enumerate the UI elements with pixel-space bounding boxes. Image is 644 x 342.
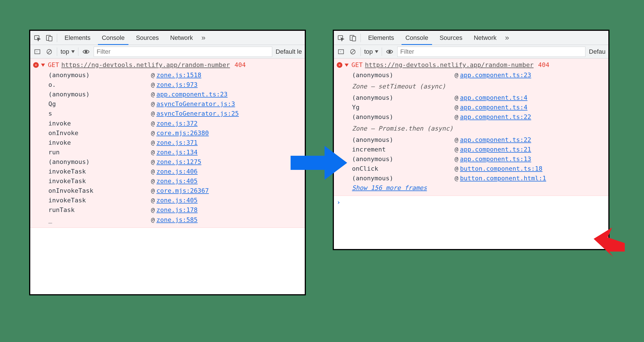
stack-trace: (anonymous)@zone.js:1518o.@zone.js:973(a… — [30, 70, 305, 225]
frame-function: onInvokeTask — [48, 186, 151, 196]
source-link[interactable]: app.component.ts:13 — [460, 155, 531, 163]
source-link[interactable]: zone.js:371 — [156, 139, 198, 146]
source-link[interactable]: app.component.ts:23 — [156, 91, 228, 98]
console-prompt[interactable]: › — [334, 196, 608, 209]
source-link[interactable]: zone.js:406 — [156, 168, 198, 175]
error-entry: GET https://ng-devtools.netlify.app/rand… — [30, 59, 305, 228]
svg-point-6 — [85, 51, 87, 53]
inspect-element-icon[interactable] — [337, 34, 345, 42]
tab-elements[interactable]: Elements — [61, 31, 95, 45]
tab-elements[interactable]: Elements — [364, 31, 398, 45]
source-link[interactable]: asyncToGenerator.js:3 — [156, 100, 235, 107]
source-link[interactable]: app.component.ts:22 — [460, 113, 531, 120]
log-levels-selector[interactable]: Default le — [276, 48, 302, 55]
tab-network[interactable]: Network — [166, 31, 197, 45]
http-status: 404 — [235, 60, 246, 70]
frame-function: increment — [352, 145, 454, 154]
console-sidebar-toggle-icon[interactable] — [33, 47, 42, 56]
stack-frame: invokeTask@zone.js:405 — [30, 196, 305, 205]
red-arrow-annotation — [594, 226, 625, 257]
stack-frame: invoke@zone.js:371 — [30, 138, 305, 148]
clear-console-icon[interactable] — [349, 47, 357, 56]
http-method: GET — [351, 60, 363, 70]
filter-input[interactable] — [94, 47, 272, 57]
devtools-panel-after: Elements Console Sources Network » top D… — [333, 30, 609, 250]
expand-triangle-icon[interactable] — [345, 64, 349, 67]
log-levels-selector[interactable]: Defau — [589, 48, 606, 55]
source-link[interactable]: app.component.ts:23 — [460, 72, 531, 79]
show-more-frames[interactable]: Show 156 more frames — [334, 183, 608, 193]
source-link[interactable]: zone.js:178 — [156, 206, 198, 213]
device-toggle-icon[interactable] — [45, 34, 53, 42]
context-selector[interactable]: top — [364, 48, 378, 55]
error-header[interactable]: GET https://ng-devtools.netlify.app/rand… — [30, 60, 305, 70]
source-link[interactable]: zone.js:1518 — [156, 72, 201, 79]
more-tabs-icon[interactable]: » — [505, 33, 509, 42]
source-link[interactable]: button.component.html:1 — [460, 175, 546, 182]
error-url[interactable]: https://ng-devtools.netlify.app/random-n… — [365, 60, 534, 70]
error-url[interactable]: https://ng-devtools.netlify.app/random-n… — [61, 60, 230, 70]
console-toolbar: top Defau — [334, 45, 608, 59]
eye-icon[interactable] — [385, 47, 394, 56]
frame-function: onInvoke — [48, 128, 151, 138]
source-link[interactable]: core.mjs:26367 — [156, 187, 209, 194]
tab-sources[interactable]: Sources — [435, 31, 466, 45]
svg-point-13 — [388, 51, 390, 53]
frame-function: (anonymous) — [352, 135, 454, 145]
source-link[interactable]: app.component.ts:21 — [460, 146, 531, 153]
source-link[interactable]: zone.js:973 — [156, 81, 198, 88]
source-link[interactable]: zone.js:585 — [156, 216, 198, 223]
source-link[interactable]: zone.js:372 — [156, 120, 198, 127]
tab-network[interactable]: Network — [470, 31, 501, 45]
context-selector[interactable]: top — [61, 48, 75, 55]
frame-function: (anonymous) — [352, 174, 454, 183]
inspect-element-icon[interactable] — [33, 34, 42, 42]
source-link[interactable]: zone.js:134 — [156, 149, 198, 156]
source-link[interactable]: asyncToGenerator.js:25 — [156, 110, 239, 117]
source-link[interactable]: button.component.ts:18 — [460, 165, 542, 172]
source-link[interactable]: core.mjs:26380 — [156, 129, 209, 137]
device-toggle-icon[interactable] — [349, 34, 357, 42]
frame-function: (anonymous) — [48, 90, 151, 99]
separator — [78, 47, 78, 56]
svg-line-5 — [48, 50, 51, 53]
source-link[interactable]: app.component.ts:22 — [460, 136, 531, 143]
console-sidebar-toggle-icon[interactable] — [337, 47, 345, 56]
tab-console[interactable]: Console — [98, 31, 129, 45]
frame-function: o. — [48, 80, 151, 90]
frame-function: s — [48, 109, 151, 118]
expand-triangle-icon[interactable] — [41, 64, 45, 67]
frame-function: invokeTask — [48, 196, 151, 205]
stack-frame: (anonymous)@app.component.ts:22 — [334, 112, 608, 122]
stack-frame: (anonymous)@button.component.html:1 — [334, 174, 608, 183]
blue-arrow-annotation — [291, 146, 347, 180]
error-entry: GET https://ng-devtools.netlify.app/rand… — [334, 59, 608, 196]
frame-location: @zone.js:371 — [151, 138, 198, 148]
async-boundary-label: Zone – Promise.then (async) — [334, 122, 608, 135]
tab-label: Network — [474, 34, 497, 42]
tab-console[interactable]: Console — [402, 31, 432, 45]
tab-label: Network — [170, 34, 193, 42]
frame-location: @zone.js:1518 — [151, 70, 201, 80]
stack-frame: (anonymous)@zone.js:1275 — [30, 157, 305, 167]
frame-function: _ — [48, 215, 151, 225]
frame-function: onClick — [352, 164, 454, 174]
source-link[interactable]: app.component.ts:4 — [460, 94, 527, 101]
stack-frame: _@zone.js:585 — [30, 215, 305, 225]
more-tabs-icon[interactable]: » — [201, 33, 205, 42]
tab-sources[interactable]: Sources — [132, 31, 163, 45]
source-link[interactable]: zone.js:405 — [156, 197, 198, 204]
frame-location: @app.component.ts:22 — [454, 112, 531, 122]
show-more-link[interactable]: Show 156 more frames — [352, 183, 427, 193]
clear-console-icon[interactable] — [45, 47, 53, 56]
filter-input[interactable] — [397, 47, 586, 57]
tab-label: Sources — [439, 34, 462, 42]
http-method: GET — [48, 60, 59, 70]
prompt-caret-icon: › — [337, 198, 340, 207]
error-header[interactable]: GET https://ng-devtools.netlify.app/rand… — [334, 60, 608, 70]
source-link[interactable]: app.component.ts:4 — [460, 104, 527, 111]
source-link[interactable]: zone.js:405 — [156, 178, 198, 185]
source-link[interactable]: zone.js:1275 — [156, 158, 201, 165]
eye-icon[interactable] — [82, 47, 90, 56]
frame-function: run — [48, 148, 151, 157]
